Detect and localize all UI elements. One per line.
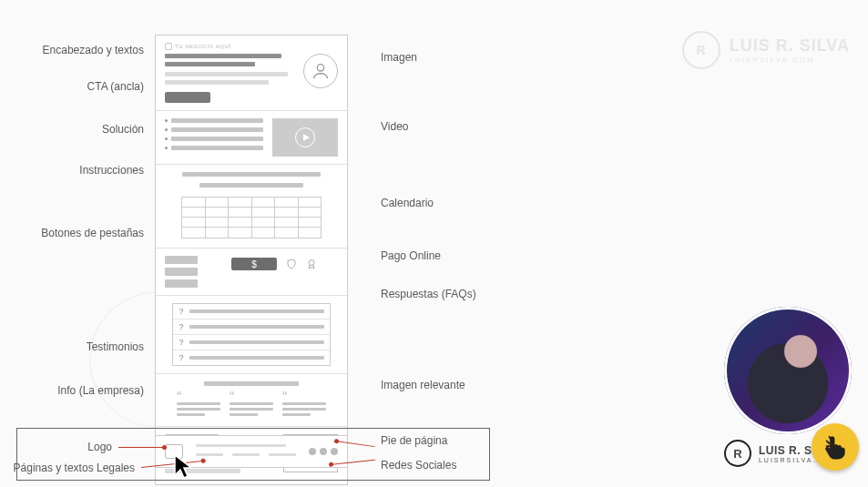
label-faqs: Respuestas (FAQs) bbox=[381, 288, 476, 300]
wire-header-section: TU NEGOCIO AQUÍ bbox=[156, 36, 347, 111]
footer-links-placeholder bbox=[196, 444, 296, 460]
label-calendar: Calendario bbox=[381, 197, 434, 209]
label-video: Video bbox=[381, 120, 408, 133]
faq-row: ? bbox=[173, 335, 330, 350]
social-dot-icon bbox=[320, 448, 327, 455]
avatar-icon bbox=[303, 54, 338, 88]
watermark-top-right: R LUIS R. SILVA LUISRSILVA.COM bbox=[682, 31, 850, 69]
testimonial-item: “ bbox=[282, 393, 326, 419]
wire-payment-section: $ bbox=[156, 249, 347, 296]
faq-row: ? bbox=[173, 320, 330, 335]
play-icon bbox=[295, 127, 315, 147]
label-payment: Pago Online bbox=[381, 249, 441, 262]
social-dot-icon bbox=[331, 448, 338, 455]
label-instructions: Instrucciones bbox=[79, 164, 144, 177]
award-icon bbox=[306, 259, 317, 269]
watermark-name: LUIS R. SILVA bbox=[730, 36, 850, 56]
brand-initial-icon: R bbox=[724, 440, 751, 467]
pointer-hand-icon[interactable] bbox=[812, 423, 859, 471]
footer-label-legal: Páginas y textos Legales bbox=[14, 462, 135, 474]
social-dot-icon bbox=[309, 448, 316, 455]
faq-row: ? bbox=[173, 304, 330, 320]
faq-row: ? bbox=[173, 350, 330, 365]
video-placeholder bbox=[272, 118, 338, 157]
label-image: Imagen bbox=[381, 51, 417, 64]
wire-bullet-list bbox=[165, 118, 263, 157]
label-image-rel: Imagen relevante bbox=[381, 379, 465, 391]
shield-icon bbox=[286, 259, 297, 269]
label-company: Info (La empresa) bbox=[57, 384, 144, 397]
label-header: Encabezado y textos bbox=[43, 44, 144, 56]
wire-testimonials-section: “ “ “ bbox=[156, 374, 347, 427]
testimonial-item: “ bbox=[177, 393, 220, 419]
footer-social-placeholder bbox=[309, 448, 338, 455]
svg-point-1 bbox=[309, 260, 314, 266]
wire-header-textblock bbox=[165, 54, 294, 103]
label-cta: CTA (ancla) bbox=[87, 80, 144, 93]
wire-solution-section bbox=[156, 111, 347, 165]
leader-line bbox=[118, 447, 166, 448]
footer-label-social: Redes Sociales bbox=[381, 459, 456, 472]
footer-label-logo: Logo bbox=[87, 441, 112, 453]
testimonial-item: “ bbox=[230, 393, 273, 419]
label-testimonials: Testimonios bbox=[87, 340, 144, 353]
watermark-initial: R bbox=[682, 31, 720, 69]
calendar-placeholder bbox=[181, 197, 322, 238]
label-solution: Solución bbox=[102, 123, 144, 136]
wire-faq-section: ? ? ? ? bbox=[156, 296, 347, 374]
wire-cta-button bbox=[165, 92, 210, 103]
wire-header-brand: TU NEGOCIO AQUÍ bbox=[165, 43, 338, 50]
footer-logo-placeholder bbox=[165, 444, 183, 459]
pay-button: $ bbox=[231, 258, 277, 270]
wire-instructions-section bbox=[156, 165, 347, 249]
presenter-avatar bbox=[724, 307, 852, 434]
footer-label-footer: Pie de página bbox=[381, 434, 447, 447]
watermark-site: LUISRSILVA.COM bbox=[730, 56, 850, 64]
svg-point-0 bbox=[317, 65, 323, 71]
label-tabs: Botones de pestañas bbox=[41, 227, 144, 239]
wire-tab-buttons bbox=[165, 256, 198, 288]
landing-page-wireframe: TU NEGOCIO AQUÍ bbox=[155, 35, 348, 485]
